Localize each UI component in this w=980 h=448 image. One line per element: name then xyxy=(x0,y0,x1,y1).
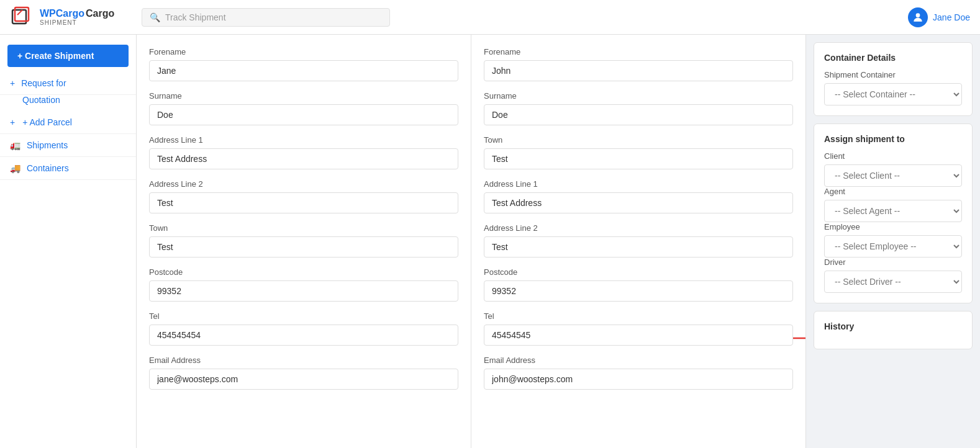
select-agent-dropdown[interactable]: -- Select Agent -- xyxy=(824,200,962,222)
select-employee-dropdown[interactable]: -- Select Employee -- xyxy=(824,235,962,258)
sender-town-input[interactable] xyxy=(149,236,458,258)
search-placeholder-text: Track Shipment xyxy=(165,12,226,22)
agent-label: Agent xyxy=(824,187,962,196)
receiver-forename-input[interactable] xyxy=(484,60,793,81)
receiver-surname-input[interactable] xyxy=(484,104,793,125)
sender-surname-input[interactable] xyxy=(149,104,458,125)
sender-address2-group: Address Line 2 xyxy=(149,179,458,213)
plus-icon-parcel: + xyxy=(10,117,15,127)
add-parcel-label: + Add Parcel xyxy=(22,117,72,127)
right-panel: Container Details Shipment Container -- … xyxy=(806,35,980,448)
sender-forename-group: Forename xyxy=(149,47,458,81)
logo-wp: WPCargo xyxy=(40,8,84,19)
receiver-forename-label: Forename xyxy=(484,47,793,56)
sender-email-label: Email Address xyxy=(149,356,458,365)
receiver-tel-input[interactable] xyxy=(484,325,793,346)
shipment-container-field: Shipment Container -- Select Container -… xyxy=(824,70,962,105)
agent-field: Agent -- Select Agent -- xyxy=(824,187,962,222)
svg-point-3 xyxy=(916,13,920,17)
sender-email-input[interactable] xyxy=(149,369,458,390)
sidebar-item-request-quotation[interactable]: + Request for xyxy=(0,72,136,95)
main-layout: + Create Shipment + Request for Quotatio… xyxy=(0,35,980,448)
logo-area: WPCargo Cargo SHIPMENT xyxy=(10,5,134,30)
logo-cargo: Cargo xyxy=(86,8,114,19)
sender-postcode-group: Postcode xyxy=(149,267,458,302)
receiver-postcode-input[interactable] xyxy=(484,280,793,302)
sender-postcode-input[interactable] xyxy=(149,280,458,302)
receiver-address2-group: Address Line 2 xyxy=(484,223,793,258)
employee-label: Employee xyxy=(824,222,962,231)
sender-town-group: Town xyxy=(149,223,458,258)
container-details-card: Container Details Shipment Container -- … xyxy=(814,42,973,116)
user-avatar xyxy=(908,7,928,27)
sidebar-item-shipments[interactable]: 🚛 Shipments xyxy=(0,134,136,157)
sender-forename-input[interactable] xyxy=(149,60,458,81)
containers-label: Containers xyxy=(27,163,69,173)
receiver-town-label: Town xyxy=(484,135,793,145)
driver-label: Driver xyxy=(824,258,962,267)
search-bar[interactable]: 🔍 Track Shipment xyxy=(142,8,390,27)
receiver-town-input[interactable] xyxy=(484,148,793,169)
receiver-surname-label: Surname xyxy=(484,91,793,101)
logo-text: WPCargo Cargo SHIPMENT xyxy=(40,8,114,26)
receiver-tel-group: Tel xyxy=(484,311,793,346)
sender-forename-label: Forename xyxy=(149,47,458,56)
user-name: Jane Doe xyxy=(933,12,970,22)
containers-icon: 🚚 xyxy=(10,163,20,173)
receiver-form-column: Forename Surname Town Address Line 1 Add… xyxy=(471,35,806,448)
sender-address2-label: Address Line 2 xyxy=(149,179,458,189)
sender-address2-input[interactable] xyxy=(149,192,458,213)
sender-surname-group: Surname xyxy=(149,91,458,125)
sender-address1-input[interactable] xyxy=(149,148,458,169)
receiver-address1-input[interactable] xyxy=(484,192,793,213)
logo-icon xyxy=(10,5,35,30)
sidebar-item-add-parcel[interactable]: + + Add Parcel xyxy=(0,111,136,134)
quotation-sub-label[interactable]: Quotation xyxy=(0,95,136,111)
receiver-tel-label: Tel xyxy=(484,311,793,321)
receiver-forename-group: Forename xyxy=(484,47,793,81)
select-container-dropdown[interactable]: -- Select Container -- xyxy=(824,83,962,105)
employee-field: Employee -- Select Employee -- xyxy=(824,222,962,258)
history-card: History xyxy=(814,311,973,349)
receiver-email-group: Email Address xyxy=(484,356,793,390)
content-area: Forename Surname Address Line 1 Address … xyxy=(137,35,980,448)
sender-address1-group: Address Line 1 xyxy=(149,135,458,169)
user-area: Jane Doe xyxy=(908,7,970,27)
sender-tel-group: Tel xyxy=(149,311,458,346)
red-arrow-annotation xyxy=(793,329,806,347)
sidebar-item-containers[interactable]: 🚚 Containers xyxy=(0,157,136,180)
shipment-container-label: Shipment Container xyxy=(824,70,962,79)
search-icon: 🔍 xyxy=(150,12,160,22)
sender-email-group: Email Address xyxy=(149,356,458,390)
driver-field: Driver -- Select Driver -- xyxy=(824,258,962,293)
select-driver-dropdown[interactable]: -- Select Driver -- xyxy=(824,271,962,293)
receiver-address1-label: Address Line 1 xyxy=(484,179,793,189)
shipments-label: Shipments xyxy=(27,140,68,150)
receiver-postcode-group: Postcode xyxy=(484,267,793,302)
receiver-address2-input[interactable] xyxy=(484,236,793,258)
sender-form-column: Forename Surname Address Line 1 Address … xyxy=(137,35,471,448)
container-details-title: Container Details xyxy=(824,53,962,63)
receiver-email-input[interactable] xyxy=(484,369,793,390)
sidebar: + Create Shipment + Request for Quotatio… xyxy=(0,35,137,448)
receiver-postcode-label: Postcode xyxy=(484,267,793,277)
select-client-dropdown[interactable]: -- Select Client -- xyxy=(824,164,962,187)
top-navigation: WPCargo Cargo SHIPMENT 🔍 Track Shipment … xyxy=(0,0,980,35)
receiver-town-group: Town xyxy=(484,135,793,169)
request-quotation-label: Request for xyxy=(21,78,66,88)
logo-shipment: SHIPMENT xyxy=(40,19,114,26)
plus-icon: + xyxy=(10,78,15,88)
client-label: Client xyxy=(824,151,962,161)
assign-shipment-card: Assign shipment to Client -- Select Clie… xyxy=(814,123,973,303)
sender-address1-label: Address Line 1 xyxy=(149,135,458,145)
history-title: History xyxy=(824,321,962,331)
sender-tel-input[interactable] xyxy=(149,325,458,346)
shipments-icon: 🚛 xyxy=(10,140,20,150)
receiver-address2-label: Address Line 2 xyxy=(484,223,793,233)
create-shipment-button[interactable]: + Create Shipment xyxy=(7,45,129,67)
sender-town-label: Town xyxy=(149,223,458,233)
sender-postcode-label: Postcode xyxy=(149,267,458,277)
receiver-surname-group: Surname xyxy=(484,91,793,125)
client-field: Client -- Select Client -- xyxy=(824,151,962,187)
sender-tel-label: Tel xyxy=(149,311,458,321)
